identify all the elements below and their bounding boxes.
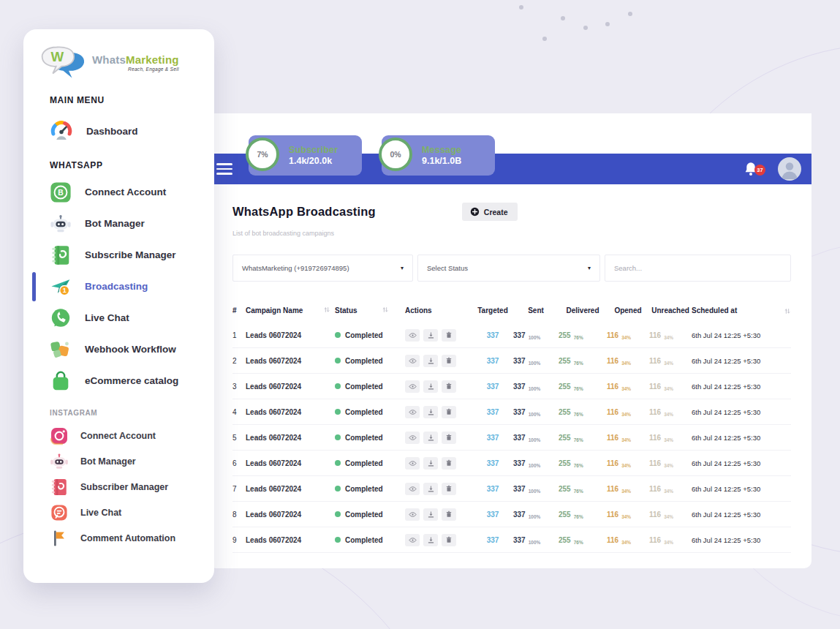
delete-button[interactable]	[442, 508, 456, 521]
dashboard-gauge-icon	[50, 119, 73, 143]
cell-sent-value: 337	[513, 511, 526, 519]
cell-delivered-percent: 76%	[574, 514, 583, 519]
menu-group: Dashboard	[23, 114, 214, 148]
delete-button[interactable]	[442, 380, 456, 393]
user-avatar[interactable]	[778, 157, 801, 181]
view-button[interactable]	[405, 329, 420, 342]
sidebar-item-connect-account[interactable]: Connect Account	[23, 423, 214, 448]
section-title-instagram: INSTAGRAM	[50, 409, 214, 417]
sidebar-item-live-chat[interactable]: Live Chat	[23, 302, 214, 334]
delete-button[interactable]	[442, 432, 456, 444]
delete-button[interactable]	[442, 483, 456, 495]
cell-campaign-name: Leads 06072024	[246, 536, 335, 544]
view-button[interactable]	[405, 432, 420, 444]
download-button[interactable]	[423, 329, 438, 342]
cell-unreached-percent: 34%	[664, 514, 673, 519]
sort-icon[interactable]	[784, 305, 791, 318]
cell-sent-value: 337	[513, 459, 526, 467]
menu-toggle-icon[interactable]	[216, 163, 232, 175]
cell-actions	[405, 406, 472, 418]
cell-opened-value: 116	[607, 459, 618, 467]
sidebar-item-bot-manager[interactable]: Bot Manager	[23, 208, 214, 239]
cell-opened-value: 116	[607, 434, 618, 442]
delete-button[interactable]	[442, 457, 456, 470]
download-button[interactable]	[423, 355, 438, 367]
sidebar-item-broadcasting[interactable]: 1Broadcasting	[23, 271, 214, 302]
cell-unreached: 11634%	[649, 408, 692, 416]
download-button[interactable]	[423, 432, 438, 444]
sidebar-item-subscriber-manager[interactable]: Subscriber Manager	[23, 474, 214, 500]
download-button[interactable]	[423, 380, 438, 393]
column-header-label: Status	[335, 306, 357, 314]
cell-unreached-value: 116	[649, 536, 661, 544]
cell-campaign-name-text: Leads 06072024	[246, 485, 301, 493]
eye-icon	[408, 331, 417, 339]
sidebar-item-comment-automation[interactable]: Comment Automation	[23, 525, 214, 551]
sidebar-item-label: Bot Manager	[85, 218, 145, 229]
sidebar-item-ecommerce-catalog[interactable]: eCommerce catalog	[23, 365, 214, 396]
sidebar-item-bot-manager[interactable]: Bot Manager	[23, 448, 214, 474]
download-button[interactable]	[423, 457, 438, 470]
status-select-value: Select Status	[427, 264, 468, 272]
cell-sent-percent: 100%	[529, 514, 541, 519]
view-button[interactable]	[405, 534, 420, 546]
table-row: 6Leads 06072024Completed337337100%25576%…	[232, 451, 791, 476]
column-header-label: Unreached	[651, 306, 689, 314]
delete-button[interactable]	[442, 406, 456, 418]
account-select[interactable]: WhatsMarketing (+919726974895) ▾	[232, 255, 413, 282]
cell-status: Completed	[335, 331, 405, 339]
sidebar-item-webhook-workflow[interactable]: Webhook Workflow	[23, 334, 214, 365]
view-button[interactable]	[405, 380, 420, 393]
cell-sent-percent: 100%	[529, 412, 541, 417]
cell-scheduled-at-text: 6th Jul 24 12:25 +5:30	[692, 408, 760, 416]
plus-circle-icon	[470, 207, 480, 216]
delete-button[interactable]	[442, 355, 456, 367]
create-button[interactable]: Create	[462, 203, 518, 221]
view-button[interactable]	[405, 483, 420, 495]
download-button[interactable]	[423, 508, 438, 521]
sort-icon[interactable]	[323, 306, 330, 315]
view-button[interactable]	[405, 355, 420, 367]
download-icon	[427, 536, 435, 544]
cell-unreached-value: 116	[649, 485, 661, 493]
search-input[interactable]	[605, 255, 791, 282]
sidebar-item-connect-account[interactable]: BConnect Account	[23, 176, 214, 208]
download-button[interactable]	[423, 406, 438, 418]
sidebar-item-live-chat[interactable]: Live Chat	[23, 500, 214, 525]
sidebar-item-label: Connect Account	[85, 187, 166, 197]
download-icon	[427, 485, 435, 493]
column-header-label: Campaign Name	[246, 306, 303, 314]
sidebar-item-subscribe-manager[interactable]: Subscribe Manager	[23, 239, 214, 271]
decorative-dot	[628, 12, 632, 16]
cell-index: 8	[232, 511, 246, 519]
download-button[interactable]	[423, 483, 438, 495]
delete-button[interactable]	[442, 329, 456, 342]
cell-unreached-percent: 34%	[664, 540, 673, 545]
cell-unreached: 11634%	[649, 357, 692, 365]
sidebar-item-label: Bot Manager	[80, 456, 136, 467]
cell-delivered-percent: 76%	[574, 412, 583, 417]
view-button[interactable]	[405, 508, 420, 521]
cell-status: Completed	[335, 408, 405, 416]
cell-actions	[405, 508, 472, 521]
cell-campaign-name: Leads 06072024	[246, 357, 335, 365]
delete-button[interactable]	[442, 534, 456, 546]
sort-icon[interactable]	[382, 306, 389, 315]
notifications-button[interactable]: 37	[743, 160, 759, 178]
cell-delivered-value: 255	[559, 485, 571, 493]
status-select[interactable]: Select Status ▾	[417, 255, 600, 282]
download-button[interactable]	[423, 534, 438, 546]
subscribe-manager-icon	[50, 244, 72, 266]
stat-value: 9.1k/1.0B	[422, 156, 461, 166]
cell-index: 5	[232, 434, 246, 442]
cell-opened-value: 116	[607, 383, 618, 391]
brand-name: WhatsMarketing	[92, 53, 179, 66]
cell-delivered: 25576%	[559, 536, 607, 544]
trash-icon	[445, 407, 453, 416]
status-dot-icon	[335, 383, 341, 389]
cell-index: 3	[232, 383, 246, 391]
table-row: 5Leads 06072024Completed337337100%25576%…	[232, 425, 791, 451]
view-button[interactable]	[405, 457, 420, 470]
view-button[interactable]	[405, 406, 420, 418]
sidebar-item-dashboard[interactable]: Dashboard	[23, 114, 214, 148]
